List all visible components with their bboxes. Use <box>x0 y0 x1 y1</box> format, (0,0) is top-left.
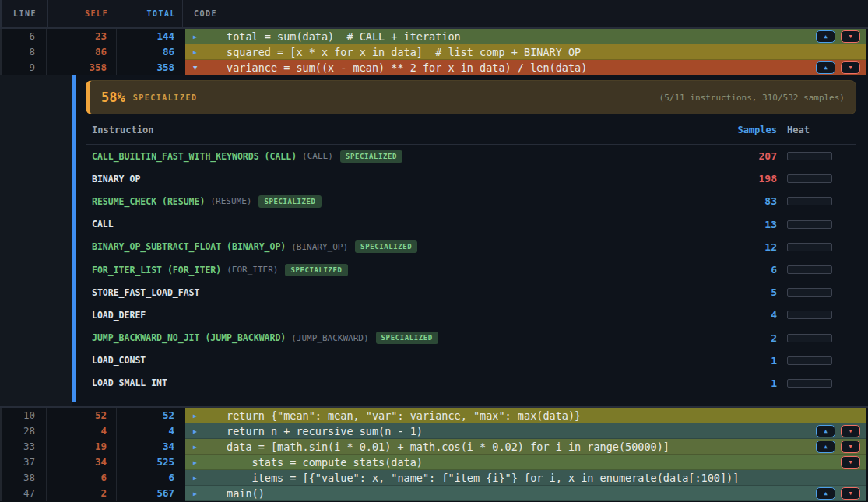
heat-bar <box>787 265 832 274</box>
move-down-button[interactable]: ▼ <box>841 425 860 437</box>
line-number: 9 <box>0 60 47 75</box>
instruction-name: BINARY_OP_SUBTRACT_FLOAT (BINARY_OP) <box>92 241 286 252</box>
specialization-summary: (5/11 instructions, 310/532 samples) <box>659 93 845 103</box>
line-number: 8 <box>0 44 47 60</box>
total-samples: 86 <box>117 44 181 60</box>
total-samples: 34 <box>117 439 181 455</box>
self-samples: 86 <box>47 44 117 60</box>
heat-bar <box>787 288 832 297</box>
code-text: return n + recursive_sum(n - 1) <box>227 425 423 437</box>
instruction-row: FOR_ITER_LIST (FOR_ITER) (FOR_ITER) SPEC… <box>86 258 856 281</box>
code-cell[interactable]: ▶ items = [{"value": x, "name": f"item_{… <box>185 470 866 486</box>
specialized-badge: SPECIALIZED <box>340 150 402 163</box>
heat-bar <box>787 197 832 205</box>
expander-icon[interactable]: ▼ <box>193 64 203 72</box>
specialized-badge: SPECIALIZED <box>376 332 438 344</box>
heat-bar <box>787 334 832 342</box>
row-buttons: ▲ ▼ <box>816 61 860 74</box>
total-samples: 525 <box>117 455 181 470</box>
code-text: squared = [x * x for x in data] # list c… <box>227 46 581 58</box>
expander-icon[interactable]: ▶ <box>193 428 203 435</box>
code-line-row: 28 4 4 ▶ return n + recursive_sum(n - 1)… <box>0 423 868 439</box>
column-header-code: CODE <box>183 0 868 27</box>
instruction-table-header: Instruction Samples Heat <box>86 125 856 145</box>
instruction-column-header: Instruction <box>92 125 707 135</box>
instruction-base-name: (FOR_ITER) <box>227 265 278 275</box>
instruction-samples: 198 <box>707 173 777 184</box>
instruction-samples: 1 <box>707 377 777 389</box>
code-line-row: 37 34 525 ▶ stats = compute_stats(data) … <box>0 455 868 470</box>
self-samples: 4 <box>47 423 117 439</box>
expander-icon[interactable]: ▶ <box>193 459 203 466</box>
line-number: 38 <box>0 470 47 486</box>
move-down-button[interactable]: ▼ <box>841 61 860 74</box>
instruction-name: LOAD_CONST <box>92 355 146 366</box>
instruction-name: LOAD_SMALL_INT <box>92 377 167 388</box>
move-down-button[interactable]: ▼ <box>841 30 860 43</box>
code-cell[interactable]: ▶ total = sum(data) # CALL + iteration ▲… <box>185 29 866 44</box>
row-buttons: ▲ ▼ <box>816 441 860 453</box>
self-samples: 34 <box>47 455 117 470</box>
expander-icon[interactable]: ▶ <box>193 412 203 420</box>
samples-column-header[interactable]: Samples <box>707 125 777 135</box>
heat-bar <box>787 152 832 160</box>
code-cell[interactable]: ▶ main() ▲ ▼ <box>185 486 866 501</box>
row-buttons: ▲ ▼ <box>816 30 860 43</box>
self-samples: 23 <box>47 29 117 44</box>
expander-icon[interactable]: ▶ <box>193 444 203 451</box>
move-down-button[interactable]: ▼ <box>841 441 860 453</box>
move-up-button[interactable]: ▲ <box>816 61 835 74</box>
code-cell[interactable]: ▶ return {"mean": mean, "var": variance,… <box>185 408 866 423</box>
move-up-button[interactable]: ▲ <box>816 441 835 453</box>
self-samples: 52 <box>47 408 117 423</box>
expander-icon[interactable]: ▶ <box>193 475 203 482</box>
heat-bar <box>787 243 832 251</box>
panel-accent-bar <box>72 75 76 402</box>
row-buttons: ▲ ▼ <box>816 425 860 437</box>
expander-icon[interactable]: ▶ <box>193 490 203 497</box>
total-samples: 6 <box>117 470 181 486</box>
instruction-samples: 5 <box>707 286 777 298</box>
instruction-samples: 1 <box>707 355 777 367</box>
code-cell[interactable]: ▶ squared = [x * x for x in data] # list… <box>185 44 866 60</box>
total-samples: 52 <box>117 408 181 423</box>
specialization-banner: 58% SPECIALIZED (5/11 instructions, 310/… <box>86 80 856 114</box>
move-down-button[interactable]: ▼ <box>841 456 860 469</box>
instruction-base-name: (RESUME) <box>210 196 251 206</box>
code-cell[interactable]: ▼ variance = sum((x - mean) ** 2 for x i… <box>185 60 866 75</box>
move-down-button[interactable]: ▼ <box>841 487 860 500</box>
heat-bar <box>787 174 832 183</box>
expander-icon[interactable]: ▶ <box>193 33 203 40</box>
instruction-base-name: (JUMP_BACKWARD) <box>291 333 368 343</box>
panel-content: 58% SPECIALIZED (5/11 instructions, 310/… <box>86 75 856 395</box>
row-buttons: ▲ ▼ <box>816 456 860 469</box>
move-up-button[interactable]: ▲ <box>816 487 835 500</box>
code-cell[interactable]: ▶ data = [math.sin(i * 0.01) + math.cos(… <box>185 439 866 455</box>
code-cell[interactable]: ▶ return n + recursive_sum(n - 1) ▲ ▼ <box>185 423 866 439</box>
instruction-row: RESUME_CHECK (RESUME) (RESUME) SPECIALIZ… <box>86 190 856 212</box>
column-header-line[interactable]: LINE <box>2 0 48 27</box>
heat-bar <box>787 379 832 388</box>
column-header-total[interactable]: TOTAL <box>118 0 183 27</box>
instruction-row: STORE_FAST_LOAD_FAST 5 <box>86 281 856 304</box>
heat-bar <box>787 220 832 229</box>
heat-bar <box>787 311 832 319</box>
move-up-button[interactable]: ▲ <box>816 30 835 43</box>
instruction-row: LOAD_CONST 1 <box>86 349 856 372</box>
total-samples: 4 <box>117 423 181 439</box>
code-cell[interactable]: ▶ stats = compute_stats(data) ▲ ▼ <box>185 455 866 470</box>
instruction-name: STORE_FAST_LOAD_FAST <box>92 287 199 298</box>
instruction-row: BINARY_OP_SUBTRACT_FLOAT (BINARY_OP) (BI… <box>86 236 856 258</box>
code-line-row: 8 86 86 ▶ squared = [x * x for x in data… <box>0 44 868 60</box>
move-up-button[interactable]: ▲ <box>816 425 835 437</box>
code-text: data = [math.sin(i * 0.01) + math.cos(i … <box>227 441 669 453</box>
code-line-row: 10 52 52 ▶ return {"mean": mean, "var": … <box>0 408 868 423</box>
column-header-self[interactable]: SELF <box>48 0 118 27</box>
self-samples: 2 <box>47 486 117 501</box>
instruction-row: CALL_BUILTIN_FAST_WITH_KEYWORDS (CALL) (… <box>86 145 856 167</box>
code-line-row: 38 6 6 ▶ items = [{"value": x, "name": f… <box>0 470 868 486</box>
self-samples: 19 <box>47 439 117 455</box>
expander-icon[interactable]: ▶ <box>193 49 203 56</box>
total-samples: 144 <box>117 29 181 44</box>
instruction-samples: 207 <box>707 150 777 162</box>
